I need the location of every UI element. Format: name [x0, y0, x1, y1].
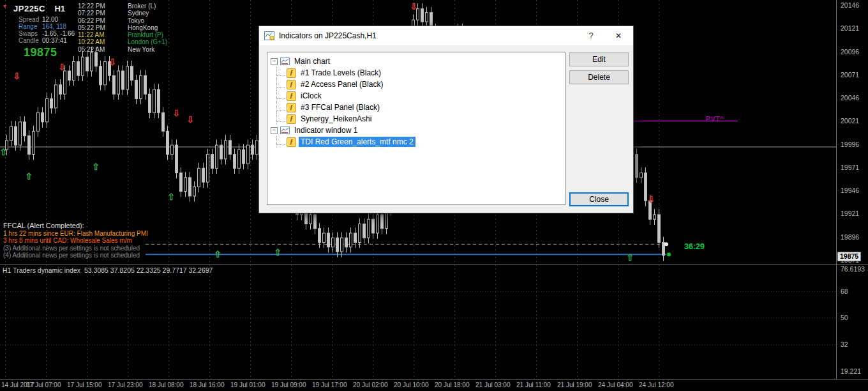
candle-body	[234, 155, 236, 169]
candle-body	[345, 238, 348, 247]
ffcal-alert-panel: FFCAL (Alert Completed):1 hrs 22 mins si…	[3, 222, 148, 259]
candle-body	[377, 215, 379, 233]
candle-body	[247, 145, 250, 164]
delete-button[interactable]: Delete	[569, 70, 629, 84]
candle-body	[24, 122, 26, 136]
clock-city: Tokyo	[128, 17, 144, 24]
candle-body	[220, 145, 223, 159]
indicator-fx-icon: ƒ	[287, 137, 296, 147]
time-axis-label: 18 Jul 16:00	[190, 381, 225, 388]
time-axis-label: 24 Jul 12:00	[639, 381, 674, 388]
current-price-display: 19875	[24, 46, 75, 59]
candle-body	[91, 52, 93, 71]
candle-body	[256, 141, 258, 155]
time-axis-label: 19 Jul 17:00	[312, 381, 347, 388]
candle-body	[310, 215, 312, 224]
candle-body	[126, 66, 129, 89]
tree-indicator-row[interactable]: ƒ#2 Access Panel (Black)	[276, 79, 562, 90]
tree-indicator-row[interactable]: ƒSynergy_HeikenAshi	[276, 113, 562, 125]
candle-body	[238, 150, 241, 168]
candle-body	[171, 145, 174, 155]
tree-connector	[277, 139, 285, 145]
candle-body	[336, 238, 339, 252]
candle-body	[122, 71, 124, 89]
candle-body	[153, 89, 156, 112]
clock-time: 11:22 AM	[78, 31, 128, 38]
tree-indicator-row[interactable]: ƒiClock	[276, 90, 562, 102]
mt4-terminal-window: ⇩⇩⇩⇩⇩⇩⇩⇧⇧⇧⇧⇧⇧⇧ ▾ JP225C H1 Spread12.00Ra…	[0, 0, 868, 391]
tree-item-label[interactable]: Synergy_HeikenAshi	[299, 114, 373, 124]
candle-body	[104, 62, 107, 85]
candle-body	[354, 233, 357, 243]
tree-indicator-row[interactable]: ƒ#1 Trade Levels (Black)	[276, 67, 562, 79]
clock-time: 10:22 AM	[78, 38, 128, 45]
tree-item-label[interactable]: #1 Trade Levels (Black)	[299, 68, 383, 78]
candle-body	[636, 155, 638, 178]
candle-body	[176, 145, 178, 173]
candle-body	[140, 75, 142, 98]
tree-indicator-row[interactable]: ƒTDI Red Green_alerts_mtf nmc 2	[276, 136, 562, 148]
tree-connector	[277, 116, 285, 122]
clock-time: 12:22 PM	[78, 3, 128, 10]
candle-body	[113, 75, 116, 94]
price-axis-label: 19921	[841, 210, 859, 217]
price-axis-label: 20146	[841, 1, 859, 9]
tree-item-label[interactable]: TDI Red Green_alerts_mtf nmc 2	[299, 137, 415, 147]
candle-body	[359, 224, 361, 242]
tree-item-label[interactable]: Main chart	[292, 56, 332, 66]
tree-connector	[277, 70, 285, 76]
clock-city: Sydney	[128, 10, 149, 17]
candle-body	[368, 219, 370, 238]
time-axis-label: 17 Jul 15:00	[67, 381, 102, 388]
tree-item-label[interactable]: #3 FFCal Panel (Black)	[299, 102, 382, 112]
dialog-titlebar[interactable]: Indicators on JP225Cash,H1 ? ✕	[259, 26, 633, 45]
candle-body	[37, 112, 40, 131]
candle-body	[46, 99, 49, 122]
tree-indicator-row[interactable]: ƒ#3 FFCal Panel (Black)	[276, 102, 562, 113]
tree-item-label[interactable]: iClock	[299, 91, 324, 101]
candle-body	[19, 122, 22, 145]
candle-body	[59, 85, 62, 95]
candle-body	[372, 219, 375, 233]
candle-body	[77, 62, 80, 76]
candle-body	[50, 99, 53, 109]
close-icon[interactable]: ✕	[605, 26, 632, 45]
tree-connector	[277, 81, 285, 88]
tree-group-row[interactable]: −Indicator window 1	[270, 125, 562, 136]
symbol-dropdown-icon[interactable]: ▾	[3, 3, 6, 10]
clock-row: 10:22 AMLondon (G+1)	[78, 38, 167, 45]
price-axis[interactable]: 2014620121200962007120046200211999619971…	[837, 0, 868, 379]
candle-countdown-timer: 36:29	[684, 242, 705, 251]
tree-item-label[interactable]: #2 Access Panel (Black)	[299, 79, 385, 89]
clock-time: 06:22 PM	[78, 17, 128, 24]
tree-group-row[interactable]: −Main chart	[270, 56, 562, 67]
price-axis-label: 19896	[841, 233, 859, 241]
candle-body	[332, 238, 334, 247]
pane-separator[interactable]	[0, 264, 868, 265]
indicator-fx-icon: ƒ	[287, 91, 296, 101]
clock-row: 11:22 AMFrankfurt (P)	[78, 31, 167, 38]
collapse-toggle-icon[interactable]: −	[271, 127, 278, 134]
symbol-name: JP225C	[13, 4, 45, 13]
clock-row: 05:22 PMHongKong	[78, 24, 167, 31]
candle-body	[180, 173, 183, 192]
help-button[interactable]: ?	[578, 26, 604, 45]
indicator-listbox[interactable]: −Main chartƒ#1 Trade Levels (Black)ƒ#2 A…	[267, 52, 565, 205]
collapse-toggle-icon[interactable]: −	[271, 58, 278, 65]
candle-body	[251, 145, 254, 155]
candle-body	[135, 80, 138, 99]
close-button[interactable]: Close	[569, 192, 629, 206]
pvt-level-label: PVT^	[706, 116, 724, 123]
buy-signal-arrow-icon: ⇧	[25, 171, 33, 181]
clock-row: 12:22 PMBroker (L)	[78, 3, 167, 10]
line-endpoint-dot	[667, 252, 671, 256]
candle-body	[421, 9, 424, 22]
time-axis[interactable]: 14 Jul 201717 Jul 07:0017 Jul 15:0017 Ju…	[0, 379, 868, 391]
sell-signal-arrow-icon: ⇩	[186, 114, 194, 125]
clock-time: 05:22 AM	[78, 46, 128, 53]
indicator-window-title: H1 Traders dynamic index53.3085 37.8205 …	[3, 266, 213, 274]
tree-connector	[277, 93, 285, 99]
tree-item-label[interactable]: Indicator window 1	[292, 125, 359, 135]
price-axis-label: 19946	[841, 187, 859, 194]
edit-button[interactable]: Edit	[569, 52, 629, 66]
